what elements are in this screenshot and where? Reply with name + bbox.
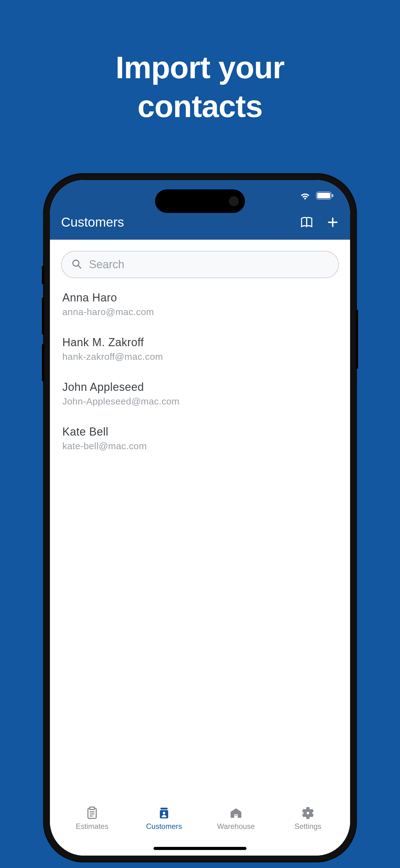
customer-name: Anna Haro <box>62 291 338 304</box>
svg-point-12 <box>163 812 165 814</box>
list-item[interactable]: Hank M. Zakroff hank-zakroff@mac.com <box>61 327 339 371</box>
svg-point-16 <box>307 812 309 814</box>
add-customer-button[interactable] <box>327 216 339 228</box>
phone-side-button <box>356 310 358 369</box>
battery-icon <box>316 191 334 199</box>
phone-frame: Customers <box>43 173 357 862</box>
search-input[interactable] <box>89 258 329 271</box>
warehouse-icon <box>229 806 243 820</box>
tab-estimates[interactable]: Estimates <box>56 806 128 831</box>
search-field[interactable] <box>61 251 339 278</box>
customer-email: John-Appleseed@mac.com <box>62 396 338 407</box>
phone-side-button <box>42 266 44 284</box>
customer-name: John Appleseed <box>62 381 338 394</box>
svg-line-4 <box>78 266 80 268</box>
tab-warehouse[interactable]: Warehouse <box>200 806 272 831</box>
header-actions <box>300 215 339 229</box>
tab-customers[interactable]: Customers <box>128 806 200 831</box>
gear-icon <box>301 806 315 820</box>
tab-settings[interactable]: Settings <box>272 806 344 831</box>
customer-name: Hank M. Zakroff <box>62 336 338 349</box>
customer-email: hank-zakroff@mac.com <box>62 351 338 362</box>
list-item[interactable]: Kate Bell kate-bell@mac.com <box>61 416 339 461</box>
estimates-icon <box>85 806 99 820</box>
tab-label: Estimates <box>76 822 108 831</box>
home-indicator[interactable] <box>154 847 246 850</box>
phone-screen: Customers <box>50 180 350 856</box>
tab-label: Warehouse <box>217 822 255 831</box>
content-area: Anna Haro anna-haro@mac.com Hank M. Zakr… <box>50 240 350 800</box>
app-header: Customers <box>50 211 350 240</box>
book-open-icon <box>300 215 313 229</box>
phone-side-button <box>42 344 44 381</box>
promo-title: Import your contacts <box>0 48 400 126</box>
list-item[interactable]: Anna Haro anna-haro@mac.com <box>61 282 339 327</box>
search-container <box>50 240 350 282</box>
svg-rect-14 <box>235 815 236 816</box>
customer-name: Kate Bell <box>62 425 338 438</box>
customer-email: kate-bell@mac.com <box>62 441 338 452</box>
promo-title-line1: Import your <box>116 50 285 85</box>
tab-label: Customers <box>146 822 182 831</box>
svg-rect-1 <box>317 193 330 198</box>
list-item[interactable]: John Appleseed John-Appleseed@mac.com <box>61 371 339 416</box>
import-contacts-button[interactable] <box>300 215 313 229</box>
tab-label: Settings <box>295 822 322 831</box>
page-title: Customers <box>61 215 124 230</box>
search-icon <box>71 258 82 271</box>
dynamic-island <box>155 189 245 213</box>
phone-side-button <box>42 298 44 335</box>
plus-icon <box>327 216 339 228</box>
wifi-icon <box>299 191 311 200</box>
promo-title-line2: contacts <box>137 89 262 124</box>
svg-rect-6 <box>90 807 94 810</box>
svg-rect-2 <box>332 194 333 197</box>
customers-icon <box>157 806 171 820</box>
svg-rect-15 <box>236 815 237 816</box>
svg-rect-13 <box>234 814 238 818</box>
svg-rect-10 <box>161 808 168 810</box>
customer-email: anna-haro@mac.com <box>62 307 338 317</box>
customers-list: Anna Haro anna-haro@mac.com Hank M. Zakr… <box>50 282 350 461</box>
